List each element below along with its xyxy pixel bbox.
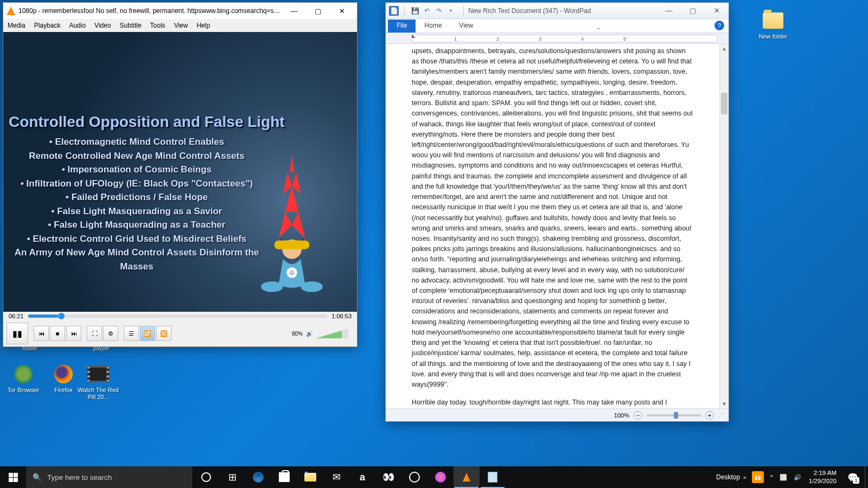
scroll-thumb[interactable] [721,93,727,114]
zoom-slider[interactable] [647,414,701,416]
action-center-button[interactable]: 💬1 [841,466,865,488]
prev-button[interactable]: ⏮ [34,326,49,341]
zoom-label: 100% [614,412,629,419]
tray-network-icon[interactable]: ⬜ [776,466,790,488]
scroll-up-icon[interactable]: ▲ [720,44,729,53]
taskbar-app1[interactable] [401,466,427,488]
menu-subtitle[interactable]: Subtitle [120,22,142,29]
tray-volume-icon[interactable]: 🔊 [790,466,805,488]
svg-point-5 [301,281,323,292]
close-button[interactable]: ✕ [705,3,729,19]
desktop-icon-new-folder[interactable]: New folder [753,10,793,40]
explorer-icon [304,473,316,481]
loop-button[interactable]: 🔁 [140,326,155,341]
resize-grip-icon[interactable]: ⋰ [718,412,724,419]
gradient-circle-icon [435,472,446,483]
vlc-controls: 06:21 1:06:53 ▮▮ ⏮ ■ ⏭ ⛶ ⚙ ☰ 🔁 🔀 80% 🔊 [3,312,357,346]
taskbar-clock[interactable]: 2:19 AM 1/29/2020 [805,469,841,485]
mute-icon[interactable]: 🔊 [306,331,312,337]
taskbar-edge[interactable] [245,466,271,488]
wordpad-statusbar: 100% − + ⋰ [386,408,729,421]
video-file-icon [87,363,109,385]
desktop-icon-tor[interactable]: Tor Browser [3,363,43,394]
wordpad-window: 📄 💾 ↶ ↷ ▾ New Rich Text Document (347) -… [385,2,729,422]
svg-rect-1 [275,240,310,249]
next-button[interactable]: ⏭ [66,326,81,341]
start-button[interactable] [0,466,26,488]
taskbar-wordpad[interactable] [480,466,506,488]
undo-icon[interactable]: ↶ [422,6,432,16]
tab-view[interactable]: View [450,20,482,33]
tray-overflow-icon[interactable]: ^ [767,466,776,488]
cortana-button[interactable] [193,466,219,488]
close-button[interactable]: ✕ [330,3,354,19]
stop-button[interactable]: ■ [50,326,65,341]
ruler[interactable]: ◣ 1 2 3 4 5 [386,33,729,44]
help-icon[interactable]: ? [714,21,724,30]
menu-video[interactable]: Video [94,22,111,29]
ext-settings-button[interactable]: ⚙ [103,326,118,341]
vlc-video-area[interactable]: ☮ Controlled Opposition and False Light … [3,32,357,312]
zoom-out-button[interactable]: − [634,411,642,420]
tab-home[interactable]: Home [416,20,450,33]
taskbar-mail[interactable]: ✉ [323,466,349,488]
tray-app-icon[interactable]: ▮▮ [749,466,767,488]
vlc-cone-icon [463,473,470,481]
document-body[interactable]: upsets, disappointments, betrayals, cure… [386,44,719,408]
task-view-button[interactable]: ⊞ [219,466,245,488]
desktop-icon-video-file[interactable]: Watch The Red Pill 20... [77,363,119,401]
document-paragraph: upsets, disappointments, betrayals, cure… [412,46,693,390]
taskbar-amazon[interactable]: a [349,466,375,488]
playlist-button[interactable]: ☰ [124,326,139,341]
zoom-in-button[interactable]: + [705,411,714,420]
redo-icon[interactable]: ↷ [434,6,444,16]
vertical-scrollbar[interactable]: ▲ ▼ [719,44,729,408]
minimize-button[interactable]: — [282,3,306,19]
taskbar-vlc[interactable] [454,466,480,488]
tripadvisor-icon: 👀 [382,471,394,483]
maximize-button[interactable]: ▢ [681,3,705,19]
tab-file[interactable]: File [388,20,416,33]
menu-playback[interactable]: Playback [34,22,61,29]
vlc-menubar: Media Playback Audio Video Subtitle Tool… [3,19,357,32]
store-icon [279,472,290,482]
fullscreen-button[interactable]: ⛶ [87,326,102,341]
scroll-down-icon[interactable]: ▼ [720,399,729,408]
show-desktop-button[interactable] [865,466,868,488]
taskbar-store[interactable] [271,466,297,488]
search-box[interactable]: 🔍 Type here to search [26,466,193,488]
wordpad-ribbon: File Home View ⌄ ? [386,19,729,33]
play-pause-button[interactable]: ▮▮ [7,323,28,344]
menu-view[interactable]: View [174,22,188,29]
vlc-titlebar[interactable]: 1080p - rememberlessfool No self, no fre… [3,3,357,19]
task-view-icon: ⊞ [228,471,237,483]
wordpad-icon [488,472,497,483]
time-elapsed: 06:21 [9,313,24,319]
taskbar: 🔍 Type here to search ⊞ ✉ a 👀 Desktop » … [0,466,868,488]
menu-tools[interactable]: Tools [150,22,165,29]
amazon-icon: a [360,472,365,483]
time-total: 1:06:53 [331,313,352,319]
taskbar-explorer[interactable] [297,466,323,488]
wordpad-titlebar[interactable]: 📄 💾 ↶ ↷ ▾ New Rich Text Document (347) -… [386,3,729,19]
shuffle-button[interactable]: 🔀 [156,326,171,341]
qat-dropdown-icon[interactable]: ▾ [446,6,456,16]
wp-app-icon: 📄 [389,6,399,16]
minimize-button[interactable]: — [657,3,681,19]
menu-audio[interactable]: Audio [69,22,86,29]
desktop-toolbar[interactable]: Desktop [713,473,743,481]
menu-help[interactable]: Help [196,22,210,29]
taskbar-app2[interactable] [427,466,454,488]
svg-text:☮: ☮ [289,269,295,276]
save-icon[interactable]: 💾 [410,6,420,16]
edge-icon [253,472,264,483]
menu-media[interactable]: Media [8,22,25,29]
ribbon-collapse-icon[interactable]: ⌄ [593,24,604,33]
mail-icon: ✉ [333,471,341,483]
volume-slider[interactable] [316,329,348,338]
chevron-right-icon[interactable]: » [743,474,749,480]
taskbar-tripadvisor[interactable]: 👀 [375,466,401,488]
maximize-button[interactable]: ▢ [306,3,330,19]
circle-icon [409,472,420,483]
seek-bar[interactable] [28,314,328,318]
